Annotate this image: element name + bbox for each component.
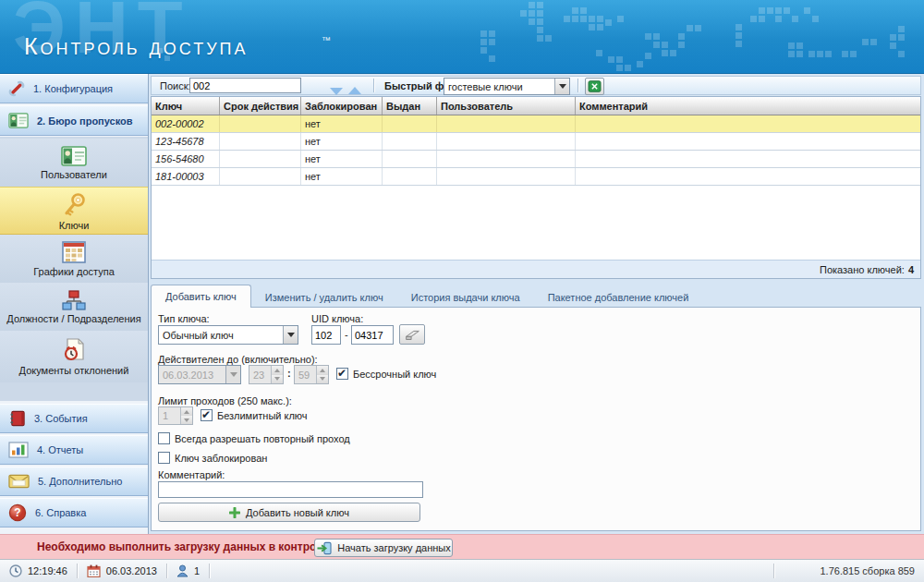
toolbar-separator (373, 79, 374, 92)
column-header-key[interactable]: Ключ (152, 97, 220, 115)
shown-keys-count: 4 (908, 264, 914, 275)
org-chart-icon (62, 290, 86, 310)
unlimited-key-checkbox[interactable] (201, 409, 213, 421)
comment-field[interactable] (158, 481, 423, 498)
status-separator (209, 564, 210, 578)
add-new-key-button[interactable]: Добавить новый ключ (158, 503, 420, 522)
sidebar-section-events[interactable]: 3. События (0, 404, 148, 433)
sidebar-item-positions-departments[interactable]: Должности / Подразделения (0, 283, 148, 331)
cell-blocked: нет (301, 115, 383, 132)
controller-upload-notification: Необходимо выполнить загрузку данных в к… (0, 534, 924, 559)
pass-limit-stepper[interactable]: 1 (158, 406, 193, 425)
hours-value: 23 (249, 366, 271, 383)
sidebar-item-users[interactable]: Пользователи (0, 139, 148, 187)
pass-bureau-items: Пользователи Ключи (0, 137, 148, 401)
sidebar-item-access-schedules[interactable]: Графики доступа (0, 235, 148, 283)
cell-issued (383, 151, 437, 167)
quick-filter-select[interactable]: гостевые ключи (444, 78, 570, 95)
uid-prefix-field[interactable] (311, 325, 341, 345)
tab-add-key[interactable]: Добавить ключ (151, 285, 251, 308)
load-data-icon (316, 541, 332, 555)
spinner-up-icon (320, 369, 325, 372)
help-icon: ? (8, 503, 27, 522)
clock-icon (9, 564, 22, 577)
sidebar-section-pass-bureau[interactable]: 2. Бюро пропусков (0, 105, 148, 136)
sidebar-section-reports[interactable]: 4. Отчеты (0, 435, 148, 465)
clear-uid-button[interactable] (399, 324, 425, 345)
tab-batch-add-keys[interactable]: Пакетное добавление ключей (534, 286, 703, 308)
minutes-stepper[interactable]: 59 (294, 365, 329, 384)
status-time-value: 12:19:46 (28, 565, 67, 576)
table-empty-area (152, 186, 920, 260)
key-blocked-checkbox[interactable] (158, 452, 170, 464)
dropdown-button[interactable] (554, 79, 569, 94)
hours-stepper[interactable]: 23 (249, 365, 284, 384)
stepper-arrows (316, 366, 328, 383)
sidebar-section-label: 2. Бюро пропусков (37, 115, 133, 127)
sidebar-section-additional[interactable]: 5. Дополнительно (0, 467, 148, 496)
chevron-down-icon (287, 333, 295, 337)
sidebar-section-help[interactable]: ? 6. Справка (0, 498, 148, 527)
tab-key-issue-history[interactable]: История выдачи ключа (397, 286, 534, 308)
eraser-icon (403, 329, 421, 341)
table-row[interactable]: 181-00003 нет (152, 168, 920, 186)
sidebar-item-label: Ключи (59, 220, 90, 231)
envelope-icon (8, 474, 30, 489)
search-input[interactable] (189, 78, 301, 93)
status-bar: 12:19:46 06.03.2013 1 1.76.815 сборка 85… (0, 559, 924, 582)
sidebar-section-configuration[interactable]: 1. Конфигурация (0, 74, 148, 103)
spinner-up-icon (274, 369, 280, 372)
column-header-term[interactable]: Срок действия (220, 97, 301, 115)
pass-limit-label: Лимит проходов (250 макс.): (158, 395, 292, 406)
allow-repeat-pass-label: Всегда разрешать повторный проход (175, 433, 350, 444)
sidebar-item-keys[interactable]: Ключи (0, 187, 148, 235)
table-row[interactable]: 123-45678 нет (152, 133, 920, 151)
cell-key: 002-00002 (152, 115, 220, 132)
column-header-comment[interactable]: Комментарий (576, 97, 920, 115)
minutes-value: 59 (295, 366, 316, 383)
plus-icon (229, 507, 240, 518)
column-header-issued[interactable]: Выдан (383, 97, 437, 115)
spinner-up-icon (184, 410, 189, 414)
valid-until-date-picker[interactable]: 06.03.2013 (158, 365, 241, 384)
cell-user (437, 168, 576, 185)
cell-comment (576, 168, 920, 185)
pass-card-icon (8, 113, 29, 128)
spinner-down-icon (320, 377, 325, 381)
column-header-blocked[interactable]: Заблокирован (301, 97, 383, 115)
allow-repeat-pass-checkbox[interactable] (158, 432, 170, 444)
table-row[interactable]: 156-54680 нет (152, 151, 920, 168)
sidebar-item-deviation-documents[interactable]: Документы отклонений (0, 331, 148, 382)
tab-edit-delete-key[interactable]: Изменить / удалить ключ (251, 286, 397, 308)
shown-keys-label: Показано ключей: (820, 264, 905, 275)
sidebar-item-label: Графики доступа (33, 266, 115, 277)
calendar-icon (87, 564, 101, 577)
stepper-arrows (271, 366, 283, 383)
dropdown-button[interactable] (283, 326, 298, 344)
column-header-user[interactable]: Пользователь (437, 97, 576, 115)
keys-table: Ключ Срок действия Заблокирован Выдан По… (151, 96, 921, 279)
uid-number-field[interactable] (351, 325, 394, 345)
dropdown-button (225, 366, 240, 383)
status-date: 06.03.2013 (78, 560, 166, 582)
cell-term (220, 133, 301, 150)
export-excel-button[interactable] (585, 78, 604, 95)
sidebar-section-label: 6. Справка (35, 507, 86, 518)
valid-until-label: Действителен до (включительно): (158, 354, 318, 365)
spinner-down-icon (274, 377, 280, 381)
start-upload-button[interactable]: Начать загрузку данных (314, 539, 453, 557)
arrow-up-icon (348, 87, 361, 94)
sidebar-section-label: 4. Отчеты (37, 444, 83, 455)
cell-key: 181-00003 (152, 168, 220, 185)
table-row[interactable]: 002-00002 нет (152, 115, 920, 133)
comment-label: Комментарий: (158, 469, 225, 480)
toolbar-separator (578, 79, 578, 92)
cell-issued (383, 168, 437, 185)
cell-term (220, 115, 301, 132)
sidebar-section-label: 1. Конфигурация (33, 83, 113, 94)
sidebar-item-label: Пользователи (41, 169, 107, 180)
report-chart-icon (8, 442, 29, 458)
status-users-value: 1 (194, 565, 200, 576)
key-type-select[interactable]: Обычный ключ (158, 325, 298, 345)
perpetual-key-checkbox[interactable] (336, 368, 348, 380)
